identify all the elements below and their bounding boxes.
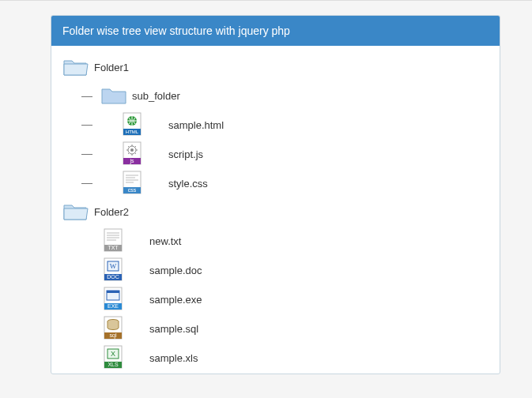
panel-header: Folder wise tree view structure with jqu…	[51, 16, 500, 46]
svg-text:XLS: XLS	[108, 362, 119, 367]
tree-node-label: style.css	[168, 171, 208, 197]
svg-text:css: css	[128, 187, 137, 193]
svg-text:DOC: DOC	[107, 274, 119, 280]
tree-connector-icon	[81, 154, 92, 155]
sql-file-icon: sql	[102, 316, 124, 342]
tree-node-file[interactable]: EXE sample.exe	[81, 285, 489, 314]
panel-title: Folder wise tree view structure with jqu…	[62, 24, 290, 37]
tree-node-file[interactable]: sql sample.sql	[81, 314, 489, 344]
xls-file-icon: XXLS	[102, 345, 124, 371]
js-file-icon: js	[121, 141, 143, 167]
svg-point-6	[130, 148, 134, 152]
folder-open-icon	[62, 56, 89, 81]
svg-text:HTML: HTML	[126, 130, 139, 134]
tree-node-file[interactable]: css style.css	[81, 169, 489, 198]
tree-root: Folder1 sub_folder	[62, 54, 489, 373]
tree-node-file[interactable]: WDOC sample.doc	[81, 256, 489, 285]
tree-node-file[interactable]: XXLS sample.xls	[81, 344, 489, 373]
tree-node-label: Folder2	[94, 200, 129, 225]
doc-file-icon: WDOC	[102, 257, 124, 283]
folder-open-icon	[62, 201, 89, 225]
tree-node-label: new.txt	[149, 229, 181, 254]
tree-node-folder[interactable]: Folder1	[62, 54, 489, 82]
tree-node-file[interactable]: TXT new.txt	[81, 227, 489, 256]
folder-icon	[100, 84, 127, 109]
tree-node-folder[interactable]: Folder2	[62, 198, 489, 227]
svg-text:EXE: EXE	[108, 303, 119, 309]
svg-text:sql: sql	[110, 332, 117, 339]
tree-connector-icon	[81, 96, 92, 97]
exe-file-icon: EXE	[102, 287, 124, 313]
tree-node-label: sample.html	[168, 113, 224, 138]
txt-file-icon: TXT	[102, 228, 124, 254]
html-file-icon: HTML	[121, 112, 143, 138]
page-divider	[0, 0, 532, 1]
tree-connector-icon	[81, 125, 92, 126]
svg-text:W: W	[110, 262, 117, 270]
css-file-icon: css	[121, 171, 143, 197]
tree-node-folder[interactable]: sub_folder	[81, 82, 489, 111]
svg-text:js: js	[129, 158, 134, 164]
panel-body[interactable]: Folder1 sub_folder	[51, 46, 500, 374]
svg-text:X: X	[111, 350, 115, 358]
tree-node-label: script.js	[168, 142, 203, 167]
tree-node-label: sample.xls	[149, 346, 198, 371]
tree-node-label: sample.exe	[149, 287, 202, 313]
tree-panel: Folder wise tree view structure with jqu…	[51, 15, 500, 374]
tree-node-label: sample.sql	[149, 317, 198, 342]
svg-text:TXT: TXT	[108, 245, 119, 250]
tree-node-file[interactable]: HTML sample.html	[81, 111, 489, 140]
tree-node-label: sub_folder	[132, 84, 180, 109]
tree-node-label: sample.doc	[149, 258, 202, 283]
tree-connector-icon	[81, 183, 92, 184]
svg-rect-22	[107, 291, 119, 293]
tree-node-label: Folder1	[94, 55, 129, 81]
tree-node-file[interactable]: js script.js	[81, 140, 489, 169]
